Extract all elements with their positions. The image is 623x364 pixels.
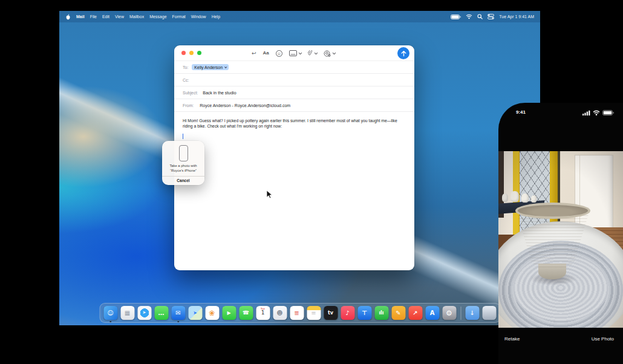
cc-field[interactable]: Cc: (174, 74, 414, 86)
camera-action-bar: Retake Use Photo (498, 333, 623, 347)
use-photo-button[interactable]: Use Photo (592, 336, 614, 342)
keynote-icon: ⊤ (362, 310, 367, 316)
attachment-button[interactable] (307, 50, 317, 57)
traffic-lights (181, 51, 201, 55)
mac-desktop: Mail FileEditViewMailboxMessageFormatWin… (59, 11, 540, 325)
mail-icon: ✉ (175, 310, 180, 316)
subject-label: Subject: (183, 91, 198, 95)
dock-music[interactable]: ♪ (341, 306, 354, 320)
dock-app-store[interactable]: A (425, 306, 439, 320)
rocket-icon: ↗ (413, 310, 417, 316)
apple-tv-icon: tv (328, 311, 333, 316)
calendar-icon: 1 (261, 310, 265, 316)
zoom-button[interactable] (197, 51, 201, 55)
control-center-icon[interactable] (488, 14, 494, 19)
popup-text: Take a photo with “Royce's iPhone” (169, 164, 197, 173)
chevron-down-icon (299, 51, 302, 54)
reminders-icon: ≡ (294, 310, 299, 316)
to-label: To: (183, 65, 188, 70)
dock-messages[interactable]: … (154, 306, 168, 320)
dock-separator (460, 307, 461, 320)
dock-mail[interactable]: ✉ (171, 306, 185, 320)
chevron-down-icon (333, 51, 336, 54)
close-button[interactable] (181, 51, 186, 55)
chevron-down-icon (224, 65, 227, 68)
dock-system-settings[interactable]: ⚙ (442, 306, 456, 320)
menu-item-file[interactable]: File (90, 15, 97, 19)
dock-finder[interactable]: ☺ (103, 306, 117, 320)
recipient-token[interactable]: Kelly Anderson (192, 64, 229, 70)
dock: ☺▦➤…✉➤❀▶☎Tue1☻≡≡tv♪⊤ılı✎↗A⚙↓ (99, 303, 500, 323)
dock-launchpad[interactable]: ▦ (120, 306, 134, 320)
dock-rocket[interactable]: ↗ (408, 306, 422, 320)
camera-photo-preview (498, 151, 623, 328)
music-icon: ♪ (345, 310, 349, 316)
text-insertion-caret (183, 134, 183, 139)
iphone-outline-icon (179, 145, 188, 161)
battery-icon[interactable] (451, 15, 461, 19)
dock-numbers[interactable]: ılı (374, 306, 388, 320)
dock-photos[interactable]: ❀ (205, 306, 219, 320)
numbers-icon: ılı (379, 311, 383, 316)
apple-menu[interactable] (65, 14, 71, 20)
dock-downloads[interactable]: ↓ (465, 306, 479, 320)
window-titlebar: ↩ Aa ☺ (174, 45, 414, 61)
to-field[interactable]: To: Kelly Anderson (174, 61, 414, 74)
compose-toolbar: ↩ Aa ☺ (252, 48, 334, 59)
iphone-clock: 9:41 (516, 109, 526, 115)
menu-item-window[interactable]: Window (191, 15, 206, 19)
menu-item-format[interactable]: Format (172, 15, 186, 19)
dock-reminders[interactable]: ≡ (290, 306, 304, 320)
dock-safari[interactable]: ➤ (137, 306, 151, 320)
menu-bar-status: Tue Apr 1 9:41 AM (451, 14, 534, 19)
camera-insert-icon (324, 50, 331, 57)
pages-icon: ✎ (396, 310, 400, 316)
minimize-button[interactable] (189, 51, 194, 55)
search-icon[interactable] (477, 14, 483, 19)
dock-maps[interactable]: ➤ (188, 306, 202, 320)
dock-apple-tv[interactable]: tv (324, 306, 338, 320)
iphone-screen: 9:41 (498, 103, 623, 364)
menu-item-edit[interactable]: Edit (102, 15, 109, 19)
downloads-icon: ↓ (469, 310, 474, 316)
undo-icon[interactable]: ↩ (252, 51, 256, 56)
menu-item-message[interactable]: Message (149, 15, 166, 19)
dock-trash[interactable] (482, 306, 496, 320)
menu-app-name[interactable]: Mail (76, 15, 85, 19)
from-label: From: (183, 103, 194, 108)
menu-item-view[interactable]: View (115, 15, 124, 19)
dock-notes[interactable]: ≡ (307, 306, 321, 320)
cancel-button[interactable]: Cancel (177, 178, 189, 183)
menu-item-help[interactable]: Help (212, 15, 220, 19)
camera-insert-button[interactable] (324, 50, 335, 57)
dock-facetime[interactable]: ▶ (222, 306, 236, 320)
dock-calendar[interactable]: Tue1 (256, 306, 270, 320)
menu-clock[interactable]: Tue Apr 1 9:41 AM (499, 15, 534, 19)
message-body[interactable]: Hi Mom! Guess what? I picked up pottery … (174, 112, 410, 129)
contacts-icon: ☻ (276, 310, 282, 316)
launchpad-icon: ▦ (125, 310, 130, 316)
system-settings-icon: ⚙ (446, 310, 452, 317)
subject-value: Back in the studio (203, 91, 236, 95)
dock-keynote[interactable]: ⊤ (357, 306, 371, 320)
media-format-button[interactable] (289, 50, 301, 56)
notes-icon: ≡ (311, 310, 316, 316)
wifi-icon[interactable] (466, 14, 472, 19)
screenshot-stage: Mail FileEditViewMailboxMessageFormatWin… (0, 0, 623, 364)
from-field[interactable]: From: Royce Anderson - Royce.Anderson@ic… (174, 99, 414, 112)
retake-button[interactable]: Retake (504, 336, 520, 342)
dock-pages[interactable]: ✎ (391, 306, 405, 320)
send-button[interactable] (397, 47, 409, 59)
menu-items: FileEditViewMailboxMessageFormatWindowHe… (90, 15, 220, 19)
dock-phone[interactable]: ☎ (239, 306, 253, 320)
format-icon[interactable]: Aa (263, 51, 269, 56)
continuity-camera-popup: Take a photo with “Royce's iPhone” Cance… (162, 141, 204, 185)
subject-field[interactable]: Subject: Back in the studio (174, 86, 414, 99)
dock-contacts[interactable]: ☻ (273, 306, 287, 320)
running-indicator-dot (177, 321, 179, 323)
menu-item-mailbox[interactable]: Mailbox (129, 15, 144, 19)
mouse-cursor (266, 190, 273, 200)
emoji-icon[interactable]: ☺ (276, 50, 282, 57)
apple-logo-icon (65, 14, 71, 20)
cellular-icon (582, 110, 590, 115)
